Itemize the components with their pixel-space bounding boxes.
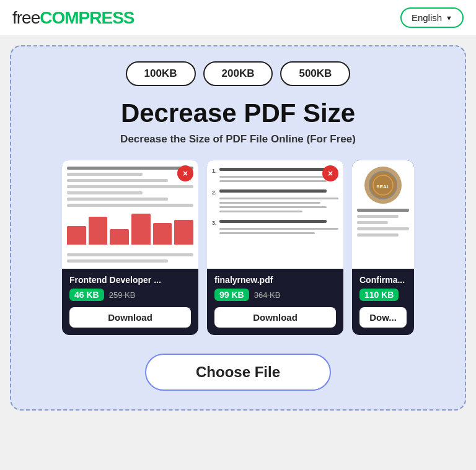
page-subtitle: Decrease the Size of PDF File Online (Fo…: [120, 133, 356, 146]
file-card-3: SEAL Confirma... 110 KB Dow...: [352, 160, 414, 335]
pdf-image-3: SEAL: [364, 167, 402, 204]
card-sizes-2: 99 KB 364 KB: [207, 289, 343, 301]
card-filename-1: Frontend Developer ...: [62, 275, 198, 285]
logo-compress: COMPRESS: [40, 8, 134, 27]
language-button[interactable]: English ▼: [400, 7, 464, 28]
size-button-100kb[interactable]: 100KB: [126, 61, 196, 86]
size-button-500kb[interactable]: 500KB: [280, 61, 350, 86]
size-buttons-row: 100KB 200KB 500KB: [126, 61, 351, 86]
cards-row: ×: [24, 160, 452, 335]
card-filename-2: finalyrnew.pdf: [207, 275, 343, 285]
file-card-1: ×: [62, 160, 198, 335]
card-preview-2: × 1. 2.: [207, 160, 343, 269]
new-size-1: 46 KB: [69, 289, 104, 301]
download-button-1[interactable]: Download: [69, 307, 191, 328]
download-button-2[interactable]: Download: [214, 307, 336, 328]
pdf-bars-1: [62, 216, 198, 247]
download-button-3[interactable]: Dow...: [359, 307, 407, 328]
svg-text:SEAL: SEAL: [376, 184, 389, 189]
card-sizes-3: 110 KB: [352, 289, 414, 301]
new-size-3: 110 KB: [359, 289, 399, 301]
size-button-200kb[interactable]: 200KB: [203, 61, 273, 86]
main-area: 100KB 200KB 500KB Decrease PDF Size Decr…: [0, 35, 476, 420]
old-size-1: 259 KB: [109, 290, 136, 300]
old-size-2: 364 KB: [254, 290, 281, 300]
close-button-1[interactable]: ×: [177, 165, 193, 181]
new-size-2: 99 KB: [214, 289, 249, 301]
header: freeCOMPRESS English ▼: [0, 0, 476, 35]
card-sizes-1: 46 KB 259 KB: [62, 289, 198, 301]
card-preview-3: SEAL: [352, 160, 414, 269]
file-card-2: × 1. 2.: [207, 160, 343, 335]
card-filename-3: Confirma...: [352, 275, 414, 285]
logo-free: free: [12, 8, 40, 27]
chevron-down-icon: ▼: [446, 14, 452, 22]
page-title: Decrease PDF Size: [121, 98, 355, 128]
close-button-2[interactable]: ×: [322, 165, 338, 181]
logo: freeCOMPRESS: [12, 8, 134, 28]
choose-file-button[interactable]: Choose File: [145, 354, 331, 391]
language-label: English: [412, 12, 442, 23]
card-preview-1: ×: [62, 160, 198, 269]
content-box: 100KB 200KB 500KB Decrease PDF Size Decr…: [10, 45, 466, 411]
